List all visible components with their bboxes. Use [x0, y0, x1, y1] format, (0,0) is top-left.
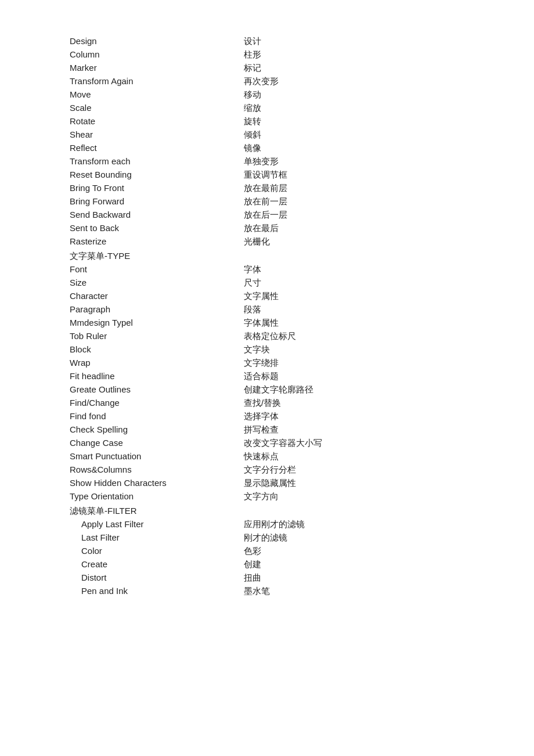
table-row: Scale缩放 — [70, 102, 464, 115]
english-term: Marker — [70, 63, 244, 73]
chinese-term: 表格定位标尺 — [244, 331, 464, 342]
chinese-term: 改变文字容器大小写 — [244, 438, 464, 449]
table-row: Check Spelling拼写检查 — [70, 423, 464, 437]
chinese-term: 拼写检查 — [244, 424, 464, 435]
table-row: Find/Change查找/替换 — [70, 397, 464, 410]
english-term: Distort — [70, 573, 244, 582]
chinese-term: 快速标点 — [244, 451, 464, 462]
chinese-term: 显示隐藏属性 — [244, 478, 464, 489]
table-row: Greate Outlines创建文字轮廓路径 — [70, 383, 464, 397]
english-term: Smart Punctuation — [70, 451, 244, 461]
chinese-term: 文字方向 — [244, 491, 464, 502]
section-header: 文字菜单-TYPE — [70, 249, 464, 263]
chinese-term: 查找/替换 — [244, 398, 464, 409]
english-term: Character — [70, 291, 244, 301]
table-row: Type Orientation文字方向 — [70, 490, 464, 503]
table-row: Marker标记 — [70, 62, 464, 75]
chinese-term: 尺寸 — [244, 278, 464, 289]
english-term: Shear — [70, 129, 244, 139]
chinese-term: 放在最后 — [244, 223, 464, 234]
chinese-term: 应用刚才的滤镜 — [244, 519, 464, 530]
chinese-term: 字体 — [244, 264, 464, 275]
table-row: Reset Bounding重设调节框 — [70, 168, 464, 182]
english-term: Rows&Columns — [70, 465, 244, 474]
chinese-term: 刚才的滤镜 — [244, 532, 464, 543]
chinese-term: 段落 — [244, 304, 464, 315]
chinese-term: 选择字体 — [244, 411, 464, 422]
english-term: Change Case — [70, 438, 244, 448]
english-term: Design — [70, 36, 244, 46]
table-row: Smart Punctuation快速标点 — [70, 450, 464, 463]
table-row: Move移动 — [70, 88, 464, 102]
table-row: Bring Forward放在前一层 — [70, 195, 464, 208]
table-row: Tob Ruler表格定位标尺 — [70, 330, 464, 343]
english-term: Fit headline — [70, 371, 244, 381]
table-row: Apply Last Filter应用刚才的滤镜 — [70, 518, 464, 531]
chinese-term: 文字属性 — [244, 291, 464, 302]
chinese-term: 适合标题 — [244, 371, 464, 382]
chinese-term: 扭曲 — [244, 573, 464, 584]
chinese-term: 再次变形 — [244, 76, 464, 87]
english-term: Move — [70, 89, 244, 99]
chinese-term: 重设调节框 — [244, 170, 464, 181]
english-term: Mmdesign Typel — [70, 318, 244, 327]
table-row: Font字体 — [70, 263, 464, 276]
english-term: Send Backward — [70, 210, 244, 219]
english-term: Column — [70, 49, 244, 59]
chinese-term: 柱形 — [244, 49, 464, 60]
chinese-term: 创建 — [244, 559, 464, 570]
english-term: Create — [70, 559, 244, 569]
table-row: Color色彩 — [70, 545, 464, 558]
chinese-term: 放在后一层 — [244, 210, 464, 221]
table-row: Transform Again再次变形 — [70, 75, 464, 88]
english-term: Apply Last Filter — [70, 519, 244, 529]
english-term: Rotate — [70, 116, 244, 126]
english-term: Type Orientation — [70, 491, 244, 501]
table-row: Size尺寸 — [70, 276, 464, 290]
english-term: Wrap — [70, 358, 244, 368]
english-term: Greate Outlines — [70, 384, 244, 394]
table-row: Design设计 — [70, 35, 464, 48]
table-row: Show Hidden Characters显示隐藏属性 — [70, 477, 464, 490]
chinese-term: 墨水笔 — [244, 586, 464, 597]
english-term: Find/Change — [70, 398, 244, 408]
chinese-term: 单独变形 — [244, 156, 464, 167]
chinese-term: 光栅化 — [244, 236, 464, 247]
table-row: Wrap文字绕排 — [70, 357, 464, 370]
english-term: Reflect — [70, 143, 244, 153]
english-term: Transform each — [70, 156, 244, 166]
section-header-label: 文字菜单-TYPE — [70, 251, 244, 262]
section-header: 滤镜菜单-FILTER — [70, 503, 464, 518]
table-row: Rotate旋转 — [70, 115, 464, 128]
table-row: Sent to Back放在最后 — [70, 222, 464, 235]
table-row: Character文字属性 — [70, 290, 464, 303]
chinese-term: 放在最前层 — [244, 183, 464, 194]
chinese-term: 设计 — [244, 36, 464, 47]
english-term: Rasterize — [70, 236, 244, 246]
table-row: Mmdesign Typel字体属性 — [70, 316, 464, 330]
table-row: Create创建 — [70, 558, 464, 571]
english-term: Size — [70, 278, 244, 287]
table-row: Reflect镜像 — [70, 142, 464, 155]
table-row: Rasterize光栅化 — [70, 235, 464, 249]
table-row: Last Filter刚才的滤镜 — [70, 531, 464, 545]
chinese-term: 缩放 — [244, 103, 464, 114]
chinese-term: 文字分行分栏 — [244, 465, 464, 476]
english-term: Block — [70, 344, 244, 354]
chinese-term: 放在前一层 — [244, 196, 464, 207]
chinese-term: 字体属性 — [244, 318, 464, 329]
chinese-term: 镜像 — [244, 143, 464, 154]
english-term: Scale — [70, 103, 244, 113]
section-header-label: 滤镜菜单-FILTER — [70, 506, 244, 517]
english-term: Reset Bounding — [70, 170, 244, 179]
table-row: Change Case改变文字容器大小写 — [70, 437, 464, 450]
table-row: Find fond选择字体 — [70, 410, 464, 423]
chinese-term: 倾斜 — [244, 129, 464, 141]
english-term: Last Filter — [70, 532, 244, 542]
table-row: Shear倾斜 — [70, 128, 464, 142]
table-row: Paragraph段落 — [70, 303, 464, 316]
english-term: Tob Ruler — [70, 331, 244, 341]
english-term: Find fond — [70, 411, 244, 421]
table-row: Send Backward放在后一层 — [70, 208, 464, 222]
english-term: Paragraph — [70, 304, 244, 314]
